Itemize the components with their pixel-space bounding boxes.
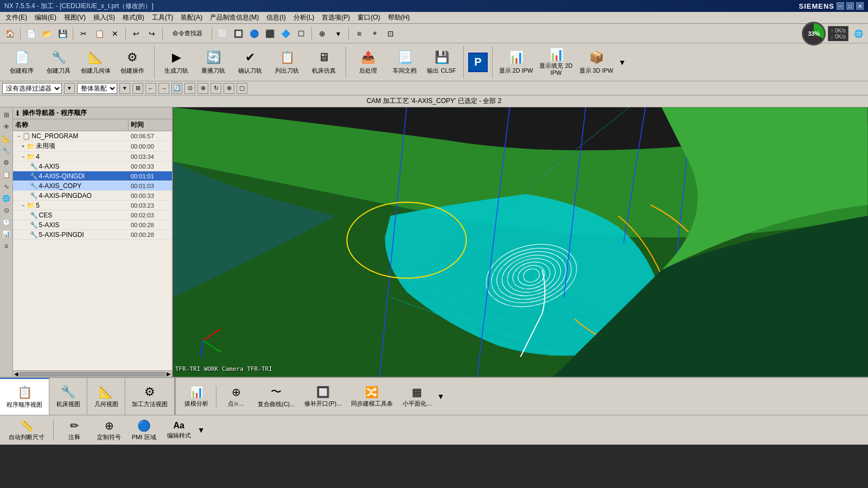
tree-row-4axis-qingdi[interactable]: 🔧 4-AXIS-QINGDI 00:01:01 bbox=[13, 171, 172, 181]
filter-apply-button-2[interactable]: ▾ bbox=[119, 83, 130, 94]
filter-btn-2[interactable]: ← bbox=[145, 83, 156, 94]
command-finder-button[interactable]: 命令查找器 bbox=[165, 26, 209, 41]
tree-row-4axis-pingdao[interactable]: 🔧 4-AXIS-PINGDAO 00:00:33 bbox=[13, 191, 172, 201]
tree-row-4axis[interactable]: 🔧 4-AXIS 00:00:33 bbox=[13, 162, 172, 171]
sidebar-btn-10[interactable]: 🕐 bbox=[1, 217, 12, 228]
custom-symbol-button[interactable]: ⊕ 定制符号 bbox=[93, 418, 125, 442]
sidebar-btn-8[interactable]: 🌐 bbox=[1, 193, 12, 204]
annotation-button[interactable]: ✏ 注释 bbox=[58, 418, 91, 442]
misc-btn2[interactable]: ⌖ bbox=[367, 26, 382, 41]
point-button[interactable]: ⊕ 点⊙... bbox=[220, 384, 252, 409]
menu-help[interactable]: 帮助(H) bbox=[385, 12, 413, 23]
bottom-toolbar-expand[interactable]: ▼ bbox=[437, 392, 444, 401]
snap-options-button[interactable]: ▾ bbox=[330, 26, 346, 41]
menu-assembly[interactable]: 装配(A) bbox=[177, 12, 206, 23]
menu-file[interactable]: 文件(E) bbox=[2, 12, 30, 23]
view-render-button[interactable]: 🔷 bbox=[278, 26, 293, 41]
sidebar-btn-6[interactable]: 📋 bbox=[1, 169, 12, 180]
sync-modeling-button[interactable]: 🔀 同步建模工具条 bbox=[347, 384, 397, 409]
create-operation-button[interactable]: ⚙ 创建操作 bbox=[115, 45, 150, 80]
tree-row-group5[interactable]: − 📁 5 00:03:23 bbox=[13, 201, 172, 210]
tree-row-group4[interactable]: − 📁 4 00:03:34 bbox=[13, 152, 172, 162]
tab-method[interactable]: ⚙ 加工方法视图 bbox=[125, 378, 175, 415]
menu-insert[interactable]: 插入(S) bbox=[90, 12, 118, 23]
view-wire-button[interactable]: ⬛ bbox=[262, 26, 277, 41]
misc-btn1[interactable]: ≡ bbox=[352, 26, 367, 41]
menu-pmi[interactable]: 产品制造信息(M) bbox=[207, 12, 262, 23]
list-toolpath-button[interactable]: 📋 列出刀轨 bbox=[270, 45, 304, 80]
menu-view[interactable]: 视图(V) bbox=[61, 12, 89, 23]
auto-dim-button[interactable]: 📏 自动判断尺寸 bbox=[4, 418, 49, 442]
view-3d-button[interactable]: 🔲 bbox=[231, 26, 246, 41]
create-tool-button[interactable]: 🔧 创建刀具 bbox=[41, 45, 76, 80]
filter-btn-3[interactable]: → bbox=[158, 83, 169, 94]
composite-curve-button[interactable]: 〜 复合曲线(C)... bbox=[253, 383, 299, 409]
filter-select-2[interactable]: 整体装配 bbox=[77, 83, 117, 94]
expand-group4[interactable]: − bbox=[22, 154, 24, 159]
filter-btn-9[interactable]: ▢ bbox=[237, 83, 247, 94]
sidebar-btn-1[interactable]: ⊞ bbox=[1, 110, 12, 120]
open-button[interactable]: 📂 bbox=[39, 26, 54, 41]
create-geometry-button[interactable]: 📐 创建几何体 bbox=[78, 45, 113, 80]
minimize-button[interactable]: ─ bbox=[837, 2, 844, 10]
tab-program-order[interactable]: 📋 程序顺序视图 bbox=[0, 378, 49, 415]
filter-btn-6[interactable]: ⊕ bbox=[197, 83, 208, 94]
tab-geometry[interactable]: 📐 几何视图 bbox=[87, 378, 125, 415]
close-button[interactable]: ✕ bbox=[856, 2, 864, 10]
menu-analysis[interactable]: 分析(L) bbox=[290, 12, 318, 23]
edit-style-button[interactable]: Aa 编辑样式 bbox=[163, 420, 195, 441]
verify-toolpath-button[interactable]: ✔ 确认刀轨 bbox=[233, 45, 267, 80]
sidebar-btn-3[interactable]: 📐 bbox=[1, 133, 12, 144]
view-options-button[interactable]: ☐ bbox=[293, 26, 309, 41]
view-shade-button[interactable]: 🔵 bbox=[246, 26, 261, 41]
show-3d-ipw-button[interactable]: 📦 显示 3D IPW bbox=[577, 45, 615, 80]
output-clsf-button[interactable]: 💾 输出 CLSF bbox=[424, 45, 459, 80]
tree-row-ces[interactable]: 🔧 CES 00:02:03 bbox=[13, 210, 172, 220]
ipw-expand-button[interactable]: ▼ bbox=[617, 57, 627, 68]
sidebar-btn-5[interactable]: ⚙ bbox=[1, 157, 12, 168]
restore-button[interactable]: □ bbox=[846, 2, 854, 10]
viewport[interactable]: TFR-TRI WORK Camera TFR-TRI bbox=[173, 107, 868, 377]
menu-preferences[interactable]: 首选项(P) bbox=[318, 12, 353, 23]
sidebar-btn-4[interactable]: 🔧 bbox=[1, 145, 12, 156]
delete-button[interactable]: ✕ bbox=[107, 26, 123, 41]
new-button[interactable]: 📄 bbox=[23, 26, 39, 41]
scroll-right-btn[interactable]: ▶ bbox=[167, 371, 171, 377]
scroll-left-btn[interactable]: ◀ bbox=[14, 371, 18, 377]
h-scrollbar[interactable] bbox=[20, 372, 165, 376]
start-button[interactable]: 🏠 bbox=[2, 26, 17, 41]
sidebar-btn-9[interactable]: ⊙ bbox=[1, 205, 12, 216]
filter-btn-7[interactable]: ↻ bbox=[210, 83, 221, 94]
pmi-region-button[interactable]: 🔵 PMI 区域 bbox=[127, 418, 161, 442]
sidebar-btn-12[interactable]: ≡ bbox=[1, 241, 12, 252]
cut-button[interactable]: ✂ bbox=[76, 26, 91, 41]
show-fill-2d-ipw-button[interactable]: 📊 显示填充 2D IPW bbox=[537, 45, 575, 80]
menu-window[interactable]: 窗口(O) bbox=[354, 12, 383, 23]
filter-btn-5[interactable]: ⊙ bbox=[184, 83, 195, 94]
replay-toolpath-button[interactable]: 🔄 重播刀轨 bbox=[196, 45, 231, 80]
filter-apply-button[interactable]: ▾ bbox=[64, 83, 75, 94]
sidebar-btn-11[interactable]: 📊 bbox=[1, 229, 12, 240]
generate-toolpath-button[interactable]: ▶ 生成刀轨 bbox=[159, 45, 194, 80]
snap-button[interactable]: ⊕ bbox=[315, 26, 330, 41]
menu-format[interactable]: 格式(B) bbox=[119, 12, 148, 23]
menu-info[interactable]: 信息(I) bbox=[263, 12, 289, 23]
filter-select-1[interactable]: 没有选择过滤器 bbox=[2, 83, 62, 94]
tree-row-nc-program[interactable]: − 📋 NC_PROGRAM 00:06:57 bbox=[13, 131, 172, 141]
redo-button[interactable]: ↪ bbox=[144, 26, 159, 41]
draft-analysis-button[interactable]: 📊 拔模分析 bbox=[180, 384, 213, 409]
sidebar-btn-2[interactable]: 👁 bbox=[1, 121, 12, 132]
expand-unused[interactable]: + bbox=[22, 144, 24, 149]
copy-button[interactable]: 📋 bbox=[92, 26, 107, 41]
undo-button[interactable]: ↩ bbox=[129, 26, 144, 41]
sidebar-btn-7[interactable]: ∿ bbox=[1, 181, 12, 192]
postprocess-button[interactable]: 📤 后处理 bbox=[350, 45, 385, 80]
filter-btn-1[interactable]: ⊞ bbox=[132, 83, 143, 94]
network-button[interactable]: 🌐 bbox=[851, 26, 866, 41]
bottom-toolbar2-expand[interactable]: ▼ bbox=[197, 426, 205, 434]
filter-btn-8[interactable]: ⊗ bbox=[224, 83, 234, 94]
facet-button[interactable]: ▦ 小平面化... bbox=[398, 384, 436, 409]
tree-row-5axis[interactable]: 🔧 5-AXIS 00:00:28 bbox=[13, 220, 172, 230]
misc-btn3[interactable]: ⊡ bbox=[383, 26, 398, 41]
tree-row-unused[interactable]: + 📁 未用项 00:00:00 bbox=[13, 141, 172, 152]
